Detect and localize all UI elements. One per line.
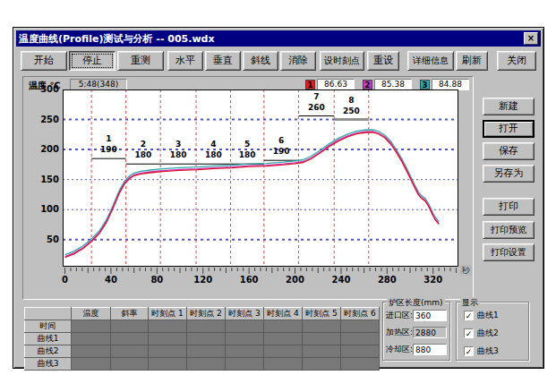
y-tick-label: 200 (25, 144, 59, 154)
curve1-checkbox-label: 曲线1 (477, 310, 499, 321)
checked-icon: ✓ (464, 328, 474, 338)
save-button[interactable]: 保存 (483, 142, 535, 160)
y-tick-label: 150 (25, 175, 59, 184)
zone-setpoint: 180 (239, 150, 256, 159)
col-header-slope: 斜率 (111, 308, 149, 320)
table-cell (264, 333, 303, 345)
row-label-time: 时间 (25, 320, 72, 333)
curve1-checkbox[interactable]: ✓ 曲线1 (464, 310, 499, 321)
table-row-time: 时间 (25, 320, 380, 333)
table-cell (111, 358, 149, 371)
plot-area: 11902180318041805180619072608250 (63, 89, 458, 267)
desktop: 温度曲线(Profile)测试与分析 -- 005.wdx × 开始 停止 重测… (0, 0, 556, 392)
zone-number: 3 (175, 140, 181, 149)
zone-number: 2 (141, 140, 146, 149)
x-tick-label: 240 (329, 275, 353, 285)
table-cell (149, 358, 187, 371)
y-tick-label: 300 (25, 84, 59, 94)
table-cell (149, 345, 187, 358)
curve2-checkbox-label: 曲线2 (477, 328, 499, 339)
save-as-button[interactable]: 另存为 (483, 165, 535, 183)
table-cell (341, 333, 380, 345)
checked-icon: ✓ (464, 311, 474, 320)
stop-button[interactable]: 停止 (69, 51, 115, 71)
table-cell (264, 358, 303, 371)
table-cell (264, 320, 303, 333)
display-group: 显示 ✓ 曲线1 ✓ 曲线2 ✓ 曲线3 (456, 302, 529, 361)
window-title: 温度曲线(Profile)测试与分析 -- 005.wdx (19, 32, 524, 46)
x-tick-label: 280 (375, 275, 398, 285)
temperature-plot: 11902180318041805180619072608250 (63, 89, 458, 267)
chart-panel: 温度 ℃ 5:48(348) 1 86.63 2 85.38 3 84.88 1… (22, 76, 474, 300)
table-cell (111, 333, 149, 345)
heating-zone-label: 加热区: (386, 327, 413, 338)
set-time-point-button[interactable]: 设时刻点 (320, 51, 364, 71)
furnace-zone-group: 炉区长度(mm) 进口区: 加热区: 冷却区: (382, 302, 450, 361)
table-cell (303, 345, 341, 358)
col-header-tp6: 时刻点 6 (341, 308, 380, 320)
zone-number: 6 (278, 136, 284, 145)
heating-zone-input[interactable] (413, 327, 447, 338)
refresh-button[interactable]: 刷新 (456, 51, 488, 71)
table-cell (111, 320, 149, 333)
title-bar: 温度曲线(Profile)测试与分析 -- 005.wdx × (16, 30, 541, 47)
zone-number: 5 (244, 140, 250, 149)
col-header-tp2: 时刻点 2 (187, 308, 226, 320)
reset-button[interactable]: 重设 (367, 51, 399, 71)
curve2-checkbox[interactable]: ✓ 曲线2 (464, 328, 499, 339)
table-cell (226, 333, 264, 345)
close-window-button[interactable]: × (524, 32, 538, 45)
table-cell (72, 345, 111, 358)
print-setup-button[interactable]: 打印设置 (483, 243, 535, 261)
inlet-zone-label: 进口区: (386, 310, 413, 321)
table-cell (303, 333, 341, 345)
zone-setpoint: 190 (273, 147, 290, 156)
x-tick-label: 120 (192, 275, 215, 285)
inlet-zone-input[interactable] (413, 310, 447, 321)
table-cell (187, 358, 226, 371)
table-cell (303, 320, 341, 333)
start-button[interactable]: 开始 (21, 51, 67, 71)
row-label-curve2: 曲线2 (25, 345, 72, 358)
open-button[interactable]: 打开 (483, 120, 535, 138)
retest-button[interactable]: 重测 (117, 51, 164, 71)
details-button[interactable]: 详细信息 (407, 51, 454, 71)
erase-button[interactable]: 消除 (280, 51, 316, 71)
table-cell (226, 345, 264, 358)
col-header-temp: 温度 (72, 308, 111, 320)
table-header-row: 温度 斜率 时刻点 1 时刻点 2 时刻点 3 时刻点 4 时刻点 5 时刻点 … (25, 308, 380, 320)
channel-1-swatch: 1 (305, 80, 315, 89)
zone-setpoint: 180 (205, 150, 222, 159)
zone-setpoint: 190 (100, 145, 117, 154)
table-cell (341, 358, 380, 371)
x-unit-label: 秒 (459, 265, 472, 276)
horizontal-line-button[interactable]: 水平 (167, 51, 203, 71)
new-button[interactable]: 新建 (483, 98, 535, 115)
zone-setpoint: 180 (170, 150, 187, 159)
checked-icon: ✓ (464, 346, 474, 356)
print-preview-button[interactable]: 打印预览 (483, 221, 535, 239)
row-label-curve1: 曲线1 (25, 333, 72, 345)
zone-setpoint: 250 (343, 107, 360, 115)
table-cell (111, 345, 149, 358)
table-cell (72, 333, 111, 345)
table-row-curve3: 曲线3 (25, 358, 380, 371)
row-label-curve3: 曲线3 (25, 358, 72, 371)
vertical-line-button[interactable]: 垂直 (205, 51, 241, 71)
table-cell (72, 320, 111, 333)
col-header (25, 308, 72, 320)
close-button[interactable]: 关闭 (497, 51, 536, 71)
cooling-zone-input[interactable] (413, 344, 447, 355)
table-cell (72, 358, 111, 371)
curve3-checkbox[interactable]: ✓ 曲线3 (464, 345, 499, 357)
zone-number: 1 (106, 134, 111, 143)
x-tick-label: 200 (284, 275, 307, 285)
slant-line-button[interactable]: 斜线 (243, 51, 278, 71)
cooling-zone-label: 冷却区: (386, 344, 413, 355)
x-tick-label: 160 (237, 275, 261, 285)
print-button[interactable]: 打印 (483, 198, 535, 216)
x-tick-label: 320 (422, 275, 445, 285)
zone-number: 7 (313, 92, 319, 101)
table-row-curve2: 曲线2 (25, 345, 380, 358)
zone-number: 8 (348, 96, 354, 105)
